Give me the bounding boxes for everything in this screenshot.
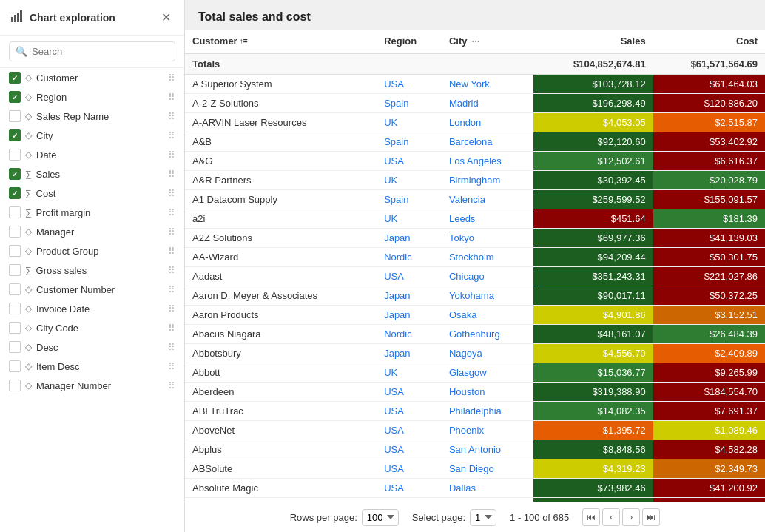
drag-handle-customer[interactable]: ⠿ [168, 73, 175, 84]
sidebar-item-product_group[interactable]: ◇Product Group⠿ [0, 241, 184, 260]
region-cell[interactable]: USA [377, 421, 442, 440]
region-cell[interactable]: USA [377, 440, 442, 459]
drag-handle-sales[interactable]: ⠿ [168, 169, 175, 180]
first-page-button[interactable]: ⏮ [582, 508, 600, 526]
last-page-button[interactable]: ⏭ [642, 508, 660, 526]
drag-handle-city_code[interactable]: ⠿ [168, 323, 175, 334]
field-checkbox-manager[interactable] [9, 226, 21, 238]
sidebar-item-customer[interactable]: ◇Customer⠿ [0, 68, 184, 87]
sidebar-item-manager[interactable]: ◇Manager⠿ [0, 222, 184, 241]
drag-handle-item_desc[interactable]: ⠿ [168, 361, 175, 372]
region-cell[interactable]: USA [377, 402, 442, 421]
region-cell[interactable]: USA [377, 152, 442, 171]
sidebar-close-button[interactable]: ✕ [158, 9, 174, 26]
region-cell[interactable]: UK [377, 363, 442, 383]
table-scroll[interactable]: Customer ↑= Region City [185, 30, 765, 502]
city-cell[interactable]: San Antonio [442, 440, 534, 459]
field-checkbox-product_group[interactable] [9, 245, 21, 257]
drag-handle-desc[interactable]: ⠿ [168, 342, 175, 353]
field-checkbox-manager_number[interactable] [9, 380, 21, 391]
drag-handle-manager_number[interactable]: ⠿ [168, 380, 175, 391]
sidebar-item-item_desc[interactable]: ◇Item Desc⠿ [0, 357, 184, 376]
city-cell[interactable]: New York [442, 75, 534, 94]
drag-handle-invoice_date[interactable]: ⠿ [168, 303, 175, 314]
region-cell[interactable]: Spain [377, 94, 442, 113]
sidebar-item-manager_number[interactable]: ◇Manager Number⠿ [0, 376, 184, 395]
region-cell[interactable]: Nordic [377, 248, 442, 267]
col-header-customer[interactable]: Customer ↑= [185, 30, 377, 53]
field-checkbox-item_desc[interactable] [9, 360, 21, 372]
drag-handle-sales_rep_name[interactable]: ⠿ [168, 111, 175, 122]
city-cell[interactable]: Houston [442, 383, 534, 402]
city-cell[interactable]: Philadelphia [442, 402, 534, 421]
drag-handle-region[interactable]: ⠿ [168, 92, 175, 103]
city-cell[interactable]: Osaka [442, 306, 534, 325]
region-cell[interactable]: Spain [377, 132, 442, 152]
col-header-cost[interactable]: Cost [653, 30, 765, 53]
col-header-city[interactable]: City ··· [442, 30, 534, 53]
region-cell[interactable]: Nordic [377, 325, 442, 344]
city-cell[interactable]: Madrid [442, 94, 534, 113]
sidebar-item-city[interactable]: ◇City⠿ [0, 126, 184, 145]
rows-per-page-select[interactable]: 100 50 200 [362, 509, 399, 526]
city-cell[interactable]: Yokohama [442, 286, 534, 306]
city-column-menu[interactable]: ··· [472, 36, 480, 47]
field-checkbox-customer[interactable] [9, 72, 21, 84]
city-cell[interactable]: San Diego [442, 459, 534, 479]
drag-handle-customer_number[interactable]: ⠿ [168, 284, 175, 295]
region-cell[interactable]: USA [377, 383, 442, 402]
region-cell[interactable]: UK [377, 209, 442, 229]
sidebar-item-city_code[interactable]: ◇City Code⠿ [0, 318, 184, 337]
city-cell[interactable]: Leeds [442, 209, 534, 229]
region-cell[interactable]: UK [377, 171, 442, 190]
field-checkbox-city[interactable] [9, 129, 21, 141]
select-page-select[interactable]: 1 2 3 [470, 509, 496, 526]
drag-handle-city[interactable]: ⠿ [168, 130, 175, 141]
field-checkbox-cost[interactable] [9, 187, 21, 199]
city-cell[interactable]: Dallas [442, 479, 534, 498]
sidebar-item-gross_sales[interactable]: ∑Gross sales⠿ [0, 260, 184, 280]
region-cell[interactable]: USA [377, 459, 442, 479]
field-checkbox-profit_margin[interactable] [9, 206, 21, 218]
drag-handle-manager[interactable]: ⠿ [168, 226, 175, 238]
col-header-region[interactable]: Region [377, 30, 442, 53]
col-header-sales[interactable]: Sales [533, 30, 653, 53]
field-checkbox-desc[interactable] [9, 341, 21, 353]
city-cell[interactable]: Chicago [442, 267, 534, 286]
region-cell[interactable]: UK [377, 113, 442, 132]
field-checkbox-gross_sales[interactable] [9, 264, 21, 276]
sidebar-item-profit_margin[interactable]: ∑Profit margin⠿ [0, 203, 184, 222]
next-page-button[interactable]: › [622, 508, 640, 526]
drag-handle-cost[interactable]: ⠿ [168, 188, 175, 199]
sidebar-item-sales[interactable]: ∑Sales⠿ [0, 164, 184, 183]
sidebar-item-region[interactable]: ◇Region⠿ [0, 87, 184, 107]
region-cell[interactable]: USA [377, 75, 442, 94]
prev-page-button[interactable]: ‹ [602, 508, 620, 526]
field-checkbox-customer_number[interactable] [9, 283, 21, 295]
sidebar-item-customer_number[interactable]: ◇Customer Number⠿ [0, 280, 184, 299]
city-cell[interactable]: Tokyo [442, 229, 534, 248]
field-checkbox-invoice_date[interactable] [9, 303, 21, 314]
region-cell[interactable]: USA [377, 267, 442, 286]
region-cell[interactable]: USA [377, 479, 442, 498]
city-cell[interactable]: Valencia [442, 190, 534, 209]
drag-handle-profit_margin[interactable]: ⠿ [168, 207, 175, 218]
city-cell[interactable]: Glasgow [442, 363, 534, 383]
drag-handle-date[interactable]: ⠿ [168, 149, 175, 161]
region-cell[interactable]: Spain [377, 190, 442, 209]
field-checkbox-city_code[interactable] [9, 322, 21, 334]
field-checkbox-sales[interactable] [9, 168, 21, 180]
sidebar-item-cost[interactable]: ∑Cost⠿ [0, 183, 184, 203]
drag-handle-gross_sales[interactable]: ⠿ [168, 265, 175, 276]
sidebar-item-date[interactable]: ◇Date⠿ [0, 145, 184, 164]
city-cell[interactable]: Phoenix [442, 421, 534, 440]
city-cell[interactable]: Nagoya [442, 344, 534, 363]
city-cell[interactable]: London [442, 113, 534, 132]
sidebar-item-invoice_date[interactable]: ◇Invoice Date⠿ [0, 299, 184, 318]
region-cell[interactable]: Japan [377, 286, 442, 306]
field-checkbox-region[interactable] [9, 91, 21, 103]
region-cell[interactable]: Japan [377, 229, 442, 248]
city-cell[interactable]: Stockholm [442, 248, 534, 267]
sidebar-item-desc[interactable]: ◇Desc⠿ [0, 337, 184, 357]
city-cell[interactable]: Birmingham [442, 171, 534, 190]
